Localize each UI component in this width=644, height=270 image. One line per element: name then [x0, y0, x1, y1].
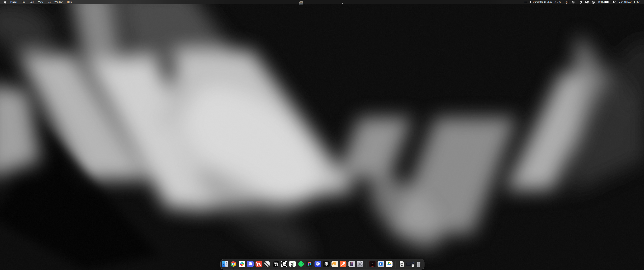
svg-text:raycast: raycast — [371, 264, 374, 266]
svg-text:g: g — [290, 261, 294, 267]
svg-text:10: 10 — [283, 263, 286, 266]
svg-text:11: 11 — [412, 265, 414, 267]
